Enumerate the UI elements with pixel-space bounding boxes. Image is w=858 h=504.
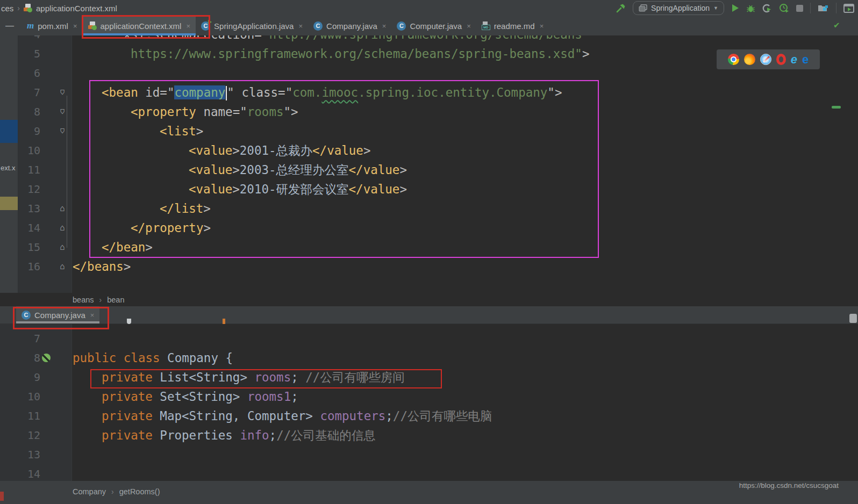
fold-column: ⌂ bbox=[52, 257, 73, 276]
profiler-button[interactable] bbox=[779, 3, 789, 13]
fold-column: ⌂ bbox=[52, 102, 73, 121]
browser-launcher-bar: e e bbox=[717, 49, 820, 69]
token-str: https://www.springframework.org/schema/b… bbox=[131, 47, 582, 61]
breadcrumb: ces › applicationContext.xml bbox=[0, 4, 117, 13]
breadcrumb-file-name[interactable]: applicationContext.xml bbox=[36, 4, 117, 13]
token-txt: ; bbox=[291, 390, 298, 404]
line-number: 4 bbox=[18, 35, 40, 44]
close-icon[interactable]: × bbox=[382, 22, 387, 30]
chevron-down-icon: ▼ bbox=[713, 5, 718, 11]
fold-column: ⌂ bbox=[52, 218, 73, 237]
bottom-bar: Company › getRooms() https://blog.csdn.n… bbox=[0, 481, 858, 504]
close-icon[interactable]: × bbox=[540, 22, 544, 30]
inspection-ok-icon[interactable]: ✔ bbox=[833, 20, 840, 30]
run-tool-window-icon[interactable] bbox=[843, 4, 855, 13]
fold-marker-open[interactable]: ⌂ bbox=[60, 121, 65, 141]
line-number: 11 bbox=[0, 406, 40, 426]
java-line-13: 13 bbox=[0, 445, 858, 464]
token-kw: private bbox=[102, 428, 153, 442]
breadcrumb-separator: › bbox=[17, 4, 20, 12]
edge-icon[interactable]: e bbox=[802, 54, 809, 65]
stop-button[interactable] bbox=[796, 5, 803, 12]
line-number: 6 bbox=[18, 63, 40, 83]
breadcrumb-bean[interactable]: bean bbox=[107, 296, 124, 304]
java-line-8: 8public class Company { bbox=[0, 348, 858, 368]
opera-icon[interactable] bbox=[776, 54, 786, 65]
annotation-box-rooms-field bbox=[90, 369, 442, 388]
xml-breadcrumb-bar: beans › bean bbox=[0, 293, 858, 306]
run-config-icon bbox=[639, 4, 647, 12]
fold-column: ⌂ bbox=[52, 121, 73, 141]
scrollbar-thumb[interactable] bbox=[849, 314, 857, 323]
tab-company-java[interactable]: C Company.java × bbox=[308, 16, 391, 35]
watermark-text: https://blog.csdn.net/csucsgoat bbox=[739, 481, 839, 489]
code-text: https://www.springframework.org/schema/b… bbox=[73, 44, 589, 63]
token-p: > bbox=[582, 47, 590, 61]
edge-red-sliver bbox=[0, 492, 4, 501]
internet-explorer-icon[interactable]: e bbox=[791, 54, 797, 65]
line-number: 7 bbox=[0, 329, 40, 348]
tab-label: Computer.java bbox=[410, 21, 462, 31]
run-button[interactable] bbox=[731, 4, 739, 12]
breadcrumb-prefix[interactable]: ces bbox=[1, 4, 13, 13]
fold-marker-close[interactable]: ⌂ bbox=[60, 199, 65, 218]
xml-editor-pane[interactable]: ext.x 4xsi:schemaLocation="http://www.sp… bbox=[0, 35, 858, 293]
line-number: 8 bbox=[18, 102, 40, 121]
line-number: 13 bbox=[18, 199, 40, 218]
spring-bean-gutter-icon[interactable] bbox=[42, 354, 51, 362]
java-line-12: 12private Properties info;//公司基础的信息 bbox=[0, 426, 858, 445]
java-editor-pane[interactable]: 78public class Company {9private List<St… bbox=[0, 324, 858, 481]
fold-marker-close[interactable]: ⌂ bbox=[60, 257, 65, 276]
java-class-icon: C bbox=[313, 21, 323, 31]
token-fld: info bbox=[240, 428, 269, 442]
tab-pom-xml[interactable]: m pom.xml × bbox=[22, 16, 83, 35]
stop-square bbox=[796, 5, 803, 12]
build-hammer-icon[interactable] bbox=[616, 3, 626, 13]
run-configuration-select[interactable]: SpringApplication ▼ bbox=[633, 1, 724, 15]
token-kw: class bbox=[124, 351, 160, 365]
project-structure-icon[interactable] bbox=[818, 3, 829, 13]
fold-marker-open[interactable]: ⌂ bbox=[60, 102, 65, 121]
debug-button[interactable] bbox=[746, 4, 755, 13]
safari-icon[interactable] bbox=[760, 54, 771, 65]
fold-column: ⌂ bbox=[52, 83, 73, 102]
toolbar-divider bbox=[810, 3, 811, 13]
fold-marker-open[interactable]: ⌂ bbox=[60, 83, 65, 102]
class-letter: C bbox=[316, 23, 320, 29]
token-txt: Properties bbox=[153, 428, 240, 442]
firefox-icon[interactable] bbox=[744, 54, 755, 65]
java-code-block: 78public class Company {9private List<St… bbox=[0, 329, 858, 481]
annotation-box-xml-tab bbox=[82, 15, 210, 39]
token-fld: computers bbox=[320, 409, 385, 423]
fold-marker-close[interactable]: ⌂ bbox=[60, 237, 65, 257]
code-text: private Properties info;//公司基础的信息 bbox=[73, 426, 376, 445]
minimize-dash-icon[interactable]: — bbox=[0, 21, 22, 31]
breadcrumb-company[interactable]: Company bbox=[73, 487, 106, 496]
chrome-icon[interactable] bbox=[728, 54, 739, 65]
gutter-icon-column bbox=[40, 354, 52, 362]
breadcrumb-separator: › bbox=[99, 296, 102, 304]
tab-computer-java[interactable]: C Computer.java × bbox=[391, 16, 476, 35]
tab-readme-md[interactable]: MD readme.md × bbox=[476, 16, 549, 35]
close-icon[interactable]: × bbox=[467, 22, 471, 30]
spring-config-file-icon bbox=[24, 4, 32, 12]
token-cm: //公司有哪些电脑 bbox=[393, 409, 492, 423]
tab-spring-application-java[interactable]: C SpringApplication.java × bbox=[196, 16, 308, 35]
token-txt: Map<String, Computer> bbox=[153, 409, 320, 423]
token-cm: //公司基础的信息 bbox=[276, 428, 376, 442]
line-number: 13 bbox=[0, 445, 40, 464]
line-number: 14 bbox=[0, 464, 40, 481]
fold-marker-close[interactable]: ⌂ bbox=[60, 218, 65, 237]
breadcrumb-getrooms[interactable]: getRooms() bbox=[119, 487, 160, 496]
breadcrumb-beans[interactable]: beans bbox=[73, 296, 94, 304]
annotation-box-company-tab bbox=[13, 307, 109, 329]
java-editor-tab-bar: C Company.java × bbox=[0, 306, 858, 324]
token-txt: Set<String> bbox=[153, 390, 247, 404]
line-number: 5 bbox=[18, 44, 40, 63]
change-marker bbox=[832, 106, 841, 109]
code-text: </beans> bbox=[73, 257, 131, 276]
close-icon[interactable]: × bbox=[298, 22, 303, 30]
run-with-coverage-button[interactable] bbox=[762, 4, 772, 13]
close-icon[interactable]: × bbox=[73, 22, 77, 30]
line-number: 16 bbox=[18, 257, 40, 276]
